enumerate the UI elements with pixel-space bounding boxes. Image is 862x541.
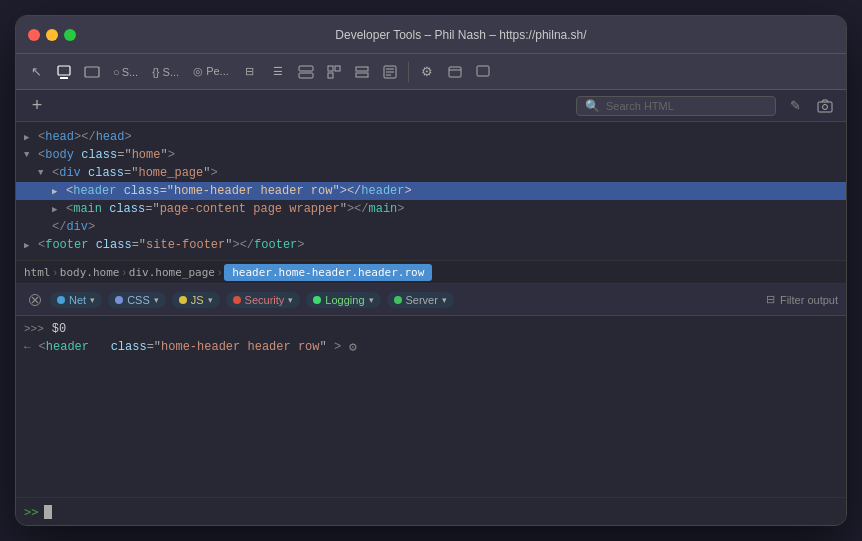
tree-arrow: ▼ [38,168,52,178]
dom-tool-icon[interactable] [322,60,346,84]
tree-row-footer[interactable]: ▶ <footer class="site-footer" ></footer> [16,236,846,254]
svg-rect-6 [335,66,340,71]
search-icon: 🔍 [585,99,600,113]
tree-row-body[interactable]: ▼ <body class="home" > [16,146,846,164]
tree-arrow: ▼ [24,150,38,160]
breadcrumb-body[interactable]: body.home [60,266,120,279]
tree-row-head[interactable]: ▶ <head></head> [16,128,846,146]
security-dot [233,296,241,304]
close-button[interactable] [28,29,40,41]
css-arrow: ▾ [154,295,159,305]
console-prompt: >> [24,505,38,519]
audit-tool-icon[interactable] [378,60,402,84]
logging-dot [313,296,321,304]
element-gear-icon[interactable]: ⚙ [349,339,357,355]
css-label: CSS [127,294,150,306]
filter-net-button[interactable]: Net ▾ [50,292,102,308]
console-tool-icon[interactable] [80,60,104,84]
logging-arrow: ▾ [369,295,374,305]
console-output: >>> $0 ← <header class="home-header head… [16,316,846,497]
net-arrow: ▾ [90,295,95,305]
title-bar: Developer Tools – Phil Nash – https://ph… [16,16,846,54]
code-tool-btn[interactable]: {} S... [147,64,184,80]
element-toolbar: + 🔍 ✎ [16,90,846,122]
layers-tool-icon[interactable] [350,60,374,84]
tree-row-div[interactable]: ▼ <div class="home_page" > [16,164,846,182]
svg-rect-3 [299,66,313,71]
app-tool-icon[interactable]: ☰ [266,60,290,84]
sources-label: S... [122,66,139,78]
tree-arrow: ▶ [24,132,38,143]
more-icon[interactable] [471,60,495,84]
breadcrumb-div[interactable]: div.home_page [129,266,215,279]
logging-label: Logging [325,294,364,306]
add-button[interactable]: + [26,95,48,117]
svg-rect-9 [356,73,368,77]
net-label: Net [69,294,86,306]
sources-icon: ○ [113,66,120,78]
window-title: Developer Tools – Phil Nash – https://ph… [88,28,834,42]
html-search-bar[interactable]: 🔍 [576,96,776,116]
tree-row-header[interactable]: ▶ <header class="home-header header row"… [16,182,846,200]
screenshot-icon[interactable] [814,95,836,117]
html-tree: ▶ <head></head> ▼ <body class="home" > ▼… [16,122,846,260]
console-line-dollar: >>> $0 [16,320,846,338]
svg-rect-8 [356,67,368,71]
svg-rect-14 [449,67,461,77]
settings-icon[interactable]: ⚙ [415,60,439,84]
console-toolbar: Net ▾ CSS ▾ JS ▾ Security ▾ Logging [16,284,846,316]
code-icon: {} S... [152,66,179,78]
filter-output-button[interactable]: ⊟ Filter output [766,293,838,306]
server-arrow: ▾ [442,295,447,305]
svg-point-18 [823,104,828,109]
svg-rect-17 [818,102,832,112]
breadcrumb-sep: › [54,267,57,278]
dock-icon[interactable] [443,60,467,84]
tree-row-end-div[interactable]: </div> [16,218,846,236]
element-tool-icon[interactable] [52,60,76,84]
maximize-button[interactable] [64,29,76,41]
server-label: Server [406,294,438,306]
svg-rect-4 [299,73,313,78]
breadcrumb-html[interactable]: html [24,266,51,279]
filter-security-button[interactable]: Security ▾ [226,292,301,308]
sources-tool-btn[interactable]: ○ S... [108,64,143,80]
svg-rect-16 [477,66,489,76]
tree-arrow: ▶ [52,186,66,197]
svg-rect-7 [328,73,333,78]
minimize-button[interactable] [46,29,58,41]
breadcrumb-header[interactable]: header.home-header.header.row [224,264,432,281]
devtools-window: Developer Tools – Phil Nash – https://ph… [15,15,847,526]
tree-arrow: ▶ [24,240,38,251]
net-dot [57,296,65,304]
html-search-input[interactable] [606,100,756,112]
filter-js-button[interactable]: JS ▾ [172,292,220,308]
perf-tool-btn[interactable]: ◎ Pe... [188,63,234,80]
svg-rect-2 [85,67,99,77]
js-arrow: ▾ [208,295,213,305]
console-line-header: ← <header class="home-header header row"… [16,338,846,356]
js-label: JS [191,294,204,306]
top-toolbar: ↖ ○ S... {} S... ◎ Pe... ⊟ ☰ [16,54,846,90]
edit-icon[interactable]: ✎ [784,95,806,117]
network-tool-icon[interactable]: ⊟ [238,60,262,84]
clear-console-button[interactable] [24,289,46,311]
storage-tool-icon[interactable] [294,60,318,84]
cursor-tool-icon[interactable]: ↖ [24,60,48,84]
console-cursor [44,505,52,519]
filter-output-label: Filter output [780,294,838,306]
filter-css-button[interactable]: CSS ▾ [108,292,166,308]
css-dot [115,296,123,304]
traffic-lights [28,29,76,41]
breadcrumb-sep: › [218,267,221,278]
output-arrow: >>> [24,323,44,335]
server-dot [394,296,402,304]
filter-logging-button[interactable]: Logging ▾ [306,292,380,308]
console-input-line: >> [16,497,846,525]
breadcrumb: html › body.home › div.home_page › heade… [16,260,846,284]
filter-server-button[interactable]: Server ▾ [387,292,454,308]
security-label: Security [245,294,285,306]
tree-row-main[interactable]: ▶ <main class="page-content page wrapper… [16,200,846,218]
svg-rect-0 [58,66,70,75]
tree-arrow: ▶ [52,204,66,215]
